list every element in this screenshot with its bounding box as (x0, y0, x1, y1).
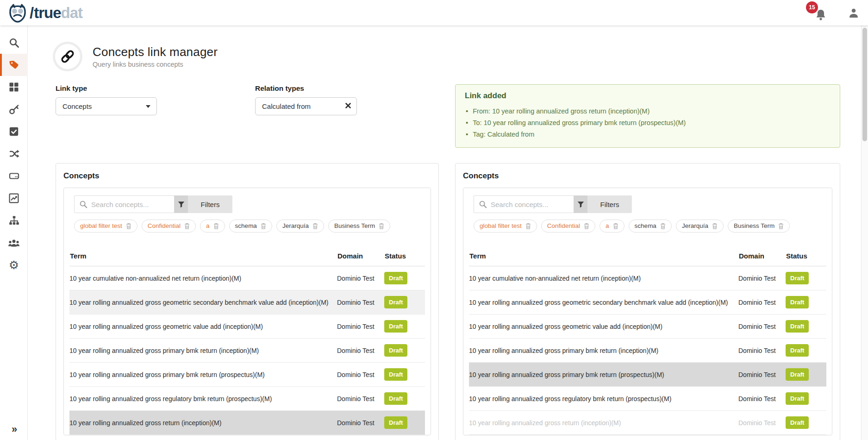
filter-tag-label: schema (235, 222, 257, 229)
search-icon (79, 200, 87, 208)
filter-tag-label: Business Term (334, 222, 375, 229)
hard-drive-icon (9, 171, 19, 181)
chevron-down-icon (146, 105, 150, 108)
filter-tag[interactable]: a (599, 220, 624, 233)
table-row[interactable]: 10 year rolling annualized gross primary… (69, 339, 425, 363)
table-row[interactable]: 10 year rolling annualized gross geometr… (469, 314, 826, 339)
filter-funnel-button[interactable] (174, 195, 188, 213)
close-icon[interactable] (345, 102, 351, 109)
filter-tag[interactable]: schema (629, 220, 672, 233)
sidebar-item-configuration[interactable]: ⚙ (0, 254, 28, 276)
sidebar-item-users[interactable] (0, 232, 28, 254)
link-type-select[interactable]: Concepts (56, 97, 157, 115)
table-row[interactable]: 10 year rolling annualized gross geometr… (69, 314, 425, 339)
filter-funnel-button[interactable] (574, 195, 587, 213)
status-cell: Draft (384, 296, 425, 308)
notification-count-badge: 15 (806, 1, 818, 13)
trash-icon[interactable] (525, 223, 531, 229)
term-cell: 10 year rolling annualized gross return … (469, 419, 738, 427)
status-cell: Draft (786, 392, 826, 405)
sidebar-item-modules[interactable] (0, 76, 28, 98)
table-row[interactable]: 10 year rolling annualized gross return … (469, 411, 826, 435)
line-chart-icon (9, 193, 19, 203)
status-badge: Draft (384, 320, 407, 333)
trash-icon[interactable] (712, 223, 718, 229)
table-row[interactable]: 10 year rolling annualized gross primary… (69, 363, 425, 387)
funnel-icon (177, 201, 185, 208)
filters-button[interactable]: Filters (587, 195, 632, 213)
trash-icon[interactable] (379, 223, 384, 229)
page-header: Concepts link manager Query links busine… (53, 42, 840, 71)
sidebar-item-relations[interactable] (0, 143, 28, 165)
status-badge: Draft (786, 392, 809, 405)
trash-icon[interactable] (184, 223, 190, 229)
filter-tag[interactable]: global filter test (74, 220, 137, 233)
sidebar-item-business-concepts[interactable] (0, 54, 28, 76)
search-input[interactable] (474, 195, 574, 213)
filter-tag[interactable]: Confidential (142, 220, 196, 233)
sidebar-item-lineage[interactable] (0, 209, 28, 232)
status-cell: Draft (384, 320, 425, 333)
table-row[interactable]: 10 year cumulative non-annualized net re… (469, 266, 826, 290)
table-row[interactable]: 10 year rolling annualized gross geometr… (469, 290, 826, 314)
filter-tag[interactable]: Jerarquía (676, 220, 724, 233)
relation-types-field: Relation types Calculated from (255, 84, 357, 115)
trash-icon[interactable] (584, 223, 589, 229)
sidebar-item-quality[interactable] (0, 120, 28, 143)
term-cell: 10 year rolling annualized gross regulat… (469, 395, 738, 402)
term-cell: 10 year cumulative non-annualized net re… (69, 275, 337, 282)
page-scrollbar[interactable] (861, 25, 868, 440)
table-row[interactable]: 10 year rolling annualized gross regulat… (469, 387, 826, 411)
status-badge: Draft (384, 416, 407, 429)
filter-tag[interactable]: Business Term (728, 220, 790, 233)
table-row[interactable]: 10 year rolling annualized gross primary… (469, 363, 826, 387)
status-badge: Draft (786, 344, 809, 357)
table-row[interactable]: 10 year rolling annualized gross geometr… (69, 290, 425, 314)
link-icon (60, 49, 75, 64)
relation-type-value: Calculated from (262, 102, 311, 110)
filter-tags-row: global filter test Confidential a schema (74, 220, 425, 233)
domain-cell: Dominio Test (337, 275, 384, 282)
status-cell: Draft (384, 272, 425, 284)
trash-icon[interactable] (312, 223, 318, 229)
filter-tag[interactable]: schema (229, 220, 272, 233)
status-cell: Draft (384, 416, 425, 429)
column-domain: Domain (337, 252, 384, 260)
user-avatar-icon[interactable] (848, 7, 860, 19)
search-input[interactable] (74, 195, 174, 213)
sidebar-item-search[interactable] (0, 31, 28, 54)
scrollbar-thumb[interactable] (862, 28, 867, 141)
table-row[interactable]: 10 year rolling annualized gross return … (69, 411, 425, 435)
funnel-icon (577, 201, 585, 208)
table-row[interactable]: 10 year cumulative non-annualized net re… (69, 266, 425, 290)
sidebar-item-data-sources[interactable] (0, 165, 28, 187)
filter-tag[interactable]: Business Term (328, 220, 390, 233)
trash-icon[interactable] (613, 223, 618, 229)
trash-icon[interactable] (126, 223, 131, 229)
filters-button[interactable]: Filters (188, 195, 232, 213)
trash-icon[interactable] (778, 223, 784, 229)
status-badge: Draft (384, 392, 407, 405)
sidebar-item-dashboards[interactable] (0, 187, 28, 209)
panel-title: Concepts (463, 171, 832, 181)
sidebar-expand-button[interactable]: » (0, 423, 28, 435)
truedat-logo[interactable]: /truedat (7, 3, 82, 23)
filter-tag[interactable]: Jerarquía (276, 220, 324, 233)
trash-icon[interactable] (261, 223, 266, 229)
status-badge: Draft (384, 272, 407, 284)
status-cell: Draft (384, 392, 425, 405)
trash-icon[interactable] (213, 223, 219, 229)
alert-title: Link added (465, 91, 831, 101)
filter-tag[interactable]: a (200, 220, 225, 233)
filter-tag[interactable]: Confidential (541, 220, 595, 233)
sidebar-item-permissions[interactable] (0, 98, 28, 120)
trash-icon[interactable] (660, 223, 666, 229)
filter-tag[interactable]: global filter test (474, 220, 537, 233)
relation-types-label: Relation types (255, 84, 357, 93)
relation-type-chip[interactable]: Calculated from (255, 97, 357, 115)
term-cell: 10 year rolling annualized gross geometr… (469, 299, 738, 306)
notifications-button[interactable]: 15 (812, 5, 826, 21)
table-row[interactable]: 10 year rolling annualized gross regulat… (69, 387, 425, 411)
table-row[interactable]: 10 year rolling annualized gross primary… (469, 339, 826, 363)
status-badge: Draft (786, 296, 809, 308)
